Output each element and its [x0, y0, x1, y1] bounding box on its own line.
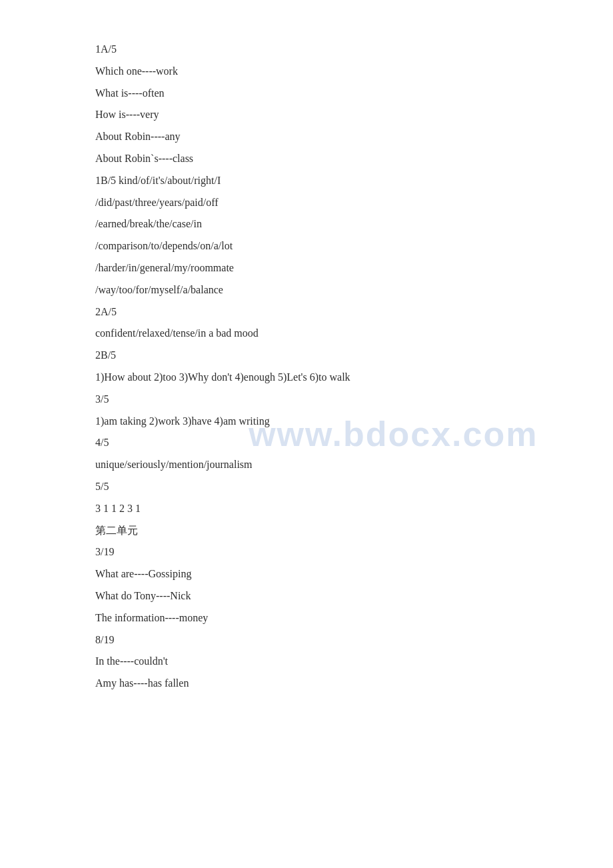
text-line-line30: Amy has----has fallen [95, 674, 518, 693]
text-line-line4: How is----very [95, 105, 518, 125]
page-content: 1A/5Which one----workWhat is----oftenHow… [0, 0, 613, 736]
text-line-line23: 第二单元 [95, 521, 518, 541]
text-line-line26: What do Tony----Nick [95, 587, 518, 606]
text-line-line10: /comparison/to/depends/on/a/lot [95, 237, 518, 256]
text-line-line21: 5/5 [95, 477, 518, 497]
text-line-line5: About Robin----any [95, 127, 518, 147]
text-line-line6: About Robin`s----class [95, 149, 518, 169]
text-line-line2: Which one----work [95, 62, 518, 81]
text-line-line11: /harder/in/general/my/roommate [95, 259, 518, 278]
text-line-line27: The information----money [95, 609, 518, 628]
text-line-line17: 3/5 [95, 390, 518, 409]
text-line-line14: confident/relaxed/tense/in a bad mood [95, 324, 518, 343]
text-line-line20: unique/seriously/mention/journalism [95, 455, 518, 475]
text-line-line24: 3/19 [95, 543, 518, 562]
text-line-line1: 1A/5 [95, 40, 518, 59]
text-line-line18: 1)am taking 2)work 3)have 4)am writing [95, 412, 518, 431]
text-line-line29: In the----couldn't [95, 652, 518, 671]
text-line-line3: What is----often [95, 84, 518, 103]
text-line-line8: /did/past/three/years/paid/off [95, 193, 518, 213]
text-line-line12: /way/too/for/myself/a/balance [95, 281, 518, 300]
text-line-line28: 8/19 [95, 631, 518, 650]
text-line-line25: What are----Gossiping [95, 565, 518, 584]
text-line-line16: 1)How about 2)too 3)Why don't 4)enough 5… [95, 368, 518, 387]
text-line-line9: /earned/break/the/case/in [95, 215, 518, 234]
text-line-line19: 4/5 [95, 433, 518, 453]
text-line-line13: 2A/5 [95, 303, 518, 322]
text-line-line15: 2B/5 [95, 346, 518, 365]
text-line-line22: 3 1 1 2 3 1 [95, 499, 518, 519]
text-line-line7: 1B/5 kind/of/it's/about/right/I [95, 171, 518, 191]
